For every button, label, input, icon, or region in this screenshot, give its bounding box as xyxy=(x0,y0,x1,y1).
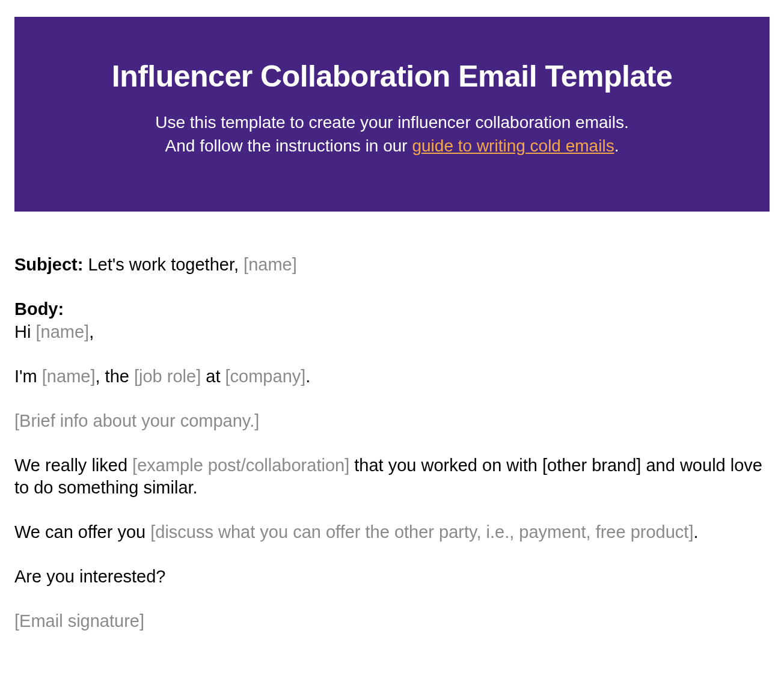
intro-line: I'm [name], the [job role] at [company]. xyxy=(14,365,770,388)
subject-name-placeholder: [name] xyxy=(243,255,297,274)
company-info-placeholder: [Brief info about your company.] xyxy=(14,411,259,430)
liked-placeholder: [example post/collaboration] xyxy=(132,456,349,475)
liked-before: We really liked xyxy=(14,456,132,475)
signature-placeholder: [Email signature] xyxy=(14,611,144,630)
intro-role-placeholder: [job role] xyxy=(134,367,201,386)
liked-line: We really liked [example post/collaborat… xyxy=(14,454,770,499)
signature-line: [Email signature] xyxy=(14,610,770,632)
offer-after: . xyxy=(693,522,698,542)
body-label: Body: xyxy=(14,299,64,319)
cold-emails-guide-link[interactable]: guide to writing cold emails xyxy=(412,136,614,155)
subject-label: Subject: xyxy=(14,255,83,274)
company-info-line: [Brief info about your company.] xyxy=(14,410,770,432)
body-section: Body: Hi [name], xyxy=(14,298,770,343)
greeting-after: , xyxy=(89,322,94,341)
banner: Influencer Collaboration Email Template … xyxy=(14,17,770,212)
greeting-before: Hi xyxy=(14,322,35,341)
subject-line: Subject: Let's work together, [name] xyxy=(14,254,770,276)
banner-title: Influencer Collaboration Email Template xyxy=(38,59,746,94)
banner-subtitle: Use this template to create your influen… xyxy=(38,111,746,157)
offer-line: We can offer you [discuss what you can o… xyxy=(14,521,770,543)
intro-mid1: , the xyxy=(95,367,134,386)
offer-before: We can offer you xyxy=(14,522,150,542)
intro-after: . xyxy=(305,367,310,386)
greeting-name-placeholder: [name] xyxy=(35,322,89,341)
closing-question: Are you interested? xyxy=(14,566,770,588)
offer-placeholder: [discuss what you can offer the other pa… xyxy=(150,522,693,542)
intro-name-placeholder: [name] xyxy=(42,367,96,386)
banner-subtitle-line2-suffix: . xyxy=(614,136,619,155)
intro-company-placeholder: [company] xyxy=(225,367,306,386)
banner-subtitle-line2-prefix: And follow the instructions in our xyxy=(165,136,412,155)
subject-text: Let's work together, xyxy=(83,255,243,274)
intro-mid2: at xyxy=(201,367,225,386)
intro-before: I'm xyxy=(14,367,42,386)
email-template-content: Subject: Let's work together, [name] Bod… xyxy=(14,254,770,632)
banner-subtitle-line1: Use this template to create your influen… xyxy=(155,113,629,132)
